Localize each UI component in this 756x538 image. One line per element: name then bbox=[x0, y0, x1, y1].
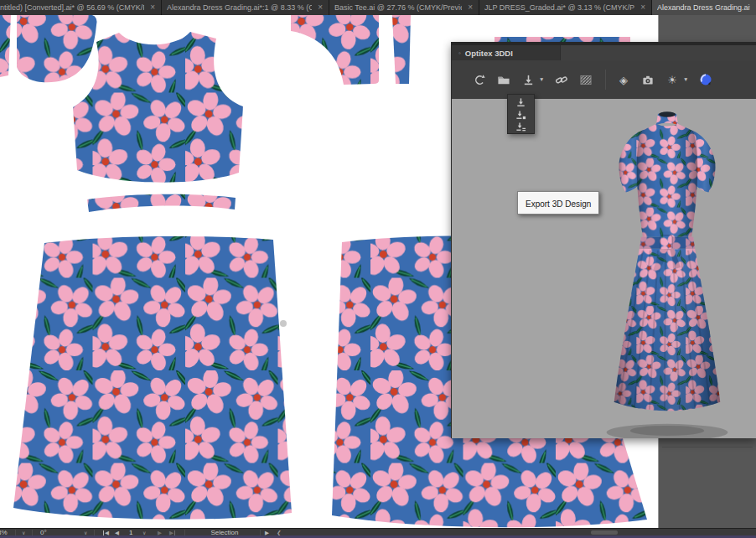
pattern-piece-sleeve-back[interactable] bbox=[17, 15, 96, 82]
document-tab-1[interactable]: ntitled) [Converted].ai* @ 56.69 % (CMYK… bbox=[0, 0, 162, 15]
tab-close-icon[interactable]: × bbox=[150, 3, 155, 12]
separator bbox=[94, 530, 95, 535]
separator bbox=[32, 530, 33, 535]
3d-viewer[interactable]: Export 3D Design bbox=[452, 99, 756, 438]
panel-header: ◦ Optitex 3DDI bbox=[452, 45, 756, 60]
export-dropdown-menu bbox=[507, 94, 535, 134]
panel-tab[interactable]: ◦ Optitex 3DDI bbox=[452, 45, 561, 60]
material-icon[interactable]: ◈ bbox=[616, 72, 631, 87]
dress-3d-render[interactable] bbox=[586, 109, 748, 438]
illustrator-window: ◦ Optitex 3DDI ▼ ◈ bbox=[0, 0, 756, 538]
tab-close-icon[interactable]: × bbox=[318, 3, 323, 12]
toolbar-separator bbox=[605, 70, 606, 90]
export-package-icon[interactable] bbox=[508, 109, 534, 122]
tab-label: Basic Tee.ai @ 27.76 % (CMYK/Preview) bbox=[334, 3, 462, 12]
link-icon[interactable] bbox=[554, 72, 569, 87]
separator bbox=[15, 530, 16, 535]
tab-label: JLP DRESS_Graded.ai* @ 3.13 % (CMYK/Prev… bbox=[484, 3, 634, 12]
document-tab-5-active[interactable]: Alexandra Dress Grading.ai*:2 @ 1 bbox=[652, 0, 756, 15]
optitex-3ddi-panel: ◦ Optitex 3DDI ▼ ◈ bbox=[451, 42, 756, 438]
tooltip-text: Export 3D Design bbox=[526, 199, 591, 209]
separator bbox=[260, 530, 261, 535]
export-menu-caret-icon[interactable]: ▼ bbox=[539, 76, 546, 83]
lighting-caret-icon[interactable]: ▼ bbox=[683, 76, 691, 83]
pattern-piece-edge-strip[interactable] bbox=[0, 15, 11, 77]
dress-render-svg bbox=[586, 109, 748, 438]
tab-label: Alexandra Dress Grading.ai*:1 @ 8.33 % (… bbox=[167, 3, 312, 12]
document-tab-3[interactable]: Basic Tee.ai @ 27.76 % (CMYK/Preview) × bbox=[329, 0, 479, 15]
pattern-piece-side-strip[interactable] bbox=[392, 15, 411, 84]
tab-close-icon[interactable]: × bbox=[468, 3, 473, 12]
separator bbox=[184, 530, 185, 535]
refresh-icon[interactable] bbox=[472, 72, 487, 87]
tab-label: Alexandra Dress Grading.ai*:2 @ 1 bbox=[657, 3, 750, 12]
document-tab-4[interactable]: JLP DRESS_Graded.ai* @ 3.13 % (CMYK/Prev… bbox=[479, 0, 652, 15]
fabric-swatch-icon[interactable] bbox=[578, 72, 593, 87]
panel-collapse-icon[interactable]: ◦ bbox=[458, 49, 461, 57]
pattern-piece-waistband[interactable] bbox=[87, 194, 236, 212]
pasteboard-divider bbox=[662, 447, 753, 447]
camera-icon[interactable] bbox=[640, 72, 655, 87]
export-list-icon[interactable] bbox=[508, 121, 534, 133]
document-tab-2[interactable]: Alexandra Dress Grading.ai*:1 @ 8.33 % (… bbox=[162, 0, 329, 15]
status-bar: 8% ∨ 0° ∨ ◀ ◀ 1 ∨ ▶ ▶ Selection ▶ ❮ bbox=[0, 528, 756, 538]
document-tab-bar: ntitled) [Converted].ai* @ 56.69 % (CMYK… bbox=[0, 0, 756, 15]
tab-close-icon[interactable]: × bbox=[640, 3, 645, 12]
export-design-icon[interactable] bbox=[508, 96, 534, 109]
horizontal-scrollbar-thumb[interactable] bbox=[591, 530, 618, 535]
lighting-icon[interactable]: ☀ bbox=[665, 72, 680, 87]
pattern-piece-skirt-front[interactable] bbox=[13, 236, 292, 520]
pattern-piece-bodice-front[interactable] bbox=[73, 32, 243, 183]
panel-title: Optitex 3DDI bbox=[465, 49, 513, 58]
export-3d-icon[interactable] bbox=[520, 72, 536, 87]
open-folder-icon[interactable] bbox=[496, 72, 511, 87]
tooltip: Export 3D Design bbox=[517, 191, 599, 215]
tab-label: ntitled) [Converted].ai* @ 56.69 % (CMYK… bbox=[0, 3, 144, 12]
panel-toolbar: ▼ ◈ ☀ ▼ bbox=[452, 60, 756, 99]
optitex-logo-icon[interactable] bbox=[698, 72, 713, 87]
notch-dot bbox=[280, 320, 287, 327]
pattern-piece-sleeve[interactable] bbox=[291, 15, 379, 85]
